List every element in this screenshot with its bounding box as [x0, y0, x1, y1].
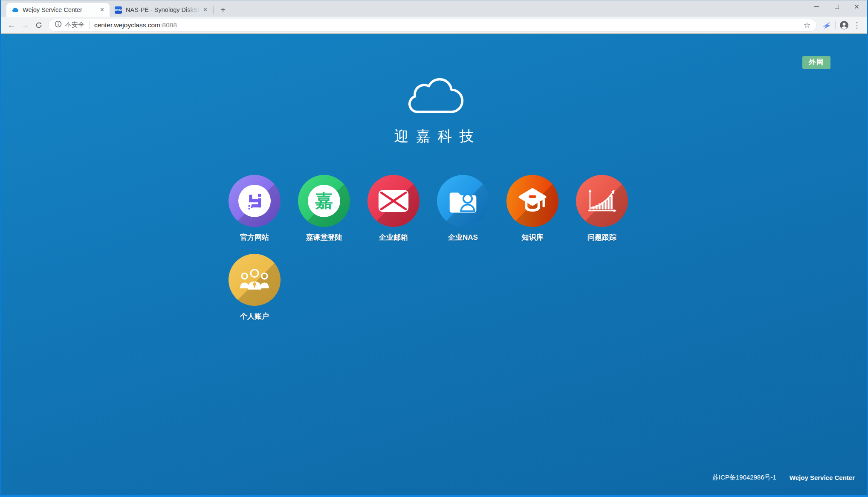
app-issue-tracking[interactable]: 问题跟踪: [576, 175, 628, 242]
wejoy-logo-glyph: [244, 191, 265, 211]
people-group-icon: [229, 254, 281, 306]
apps-row-1: 官方网站 嘉 嘉课堂登陆 企业邮箱: [229, 175, 628, 242]
browser-menu-icon[interactable]: ⋮: [851, 19, 863, 32]
rising-bar-chart-icon: [576, 175, 628, 227]
cloud-favicon-icon: [12, 6, 19, 14]
jia-character-glyph: 嘉: [315, 192, 333, 210]
app-personal-account[interactable]: 个人账户: [229, 254, 281, 321]
brand-block: 迎嘉科技: [1, 75, 867, 146]
app-label: 个人账户: [240, 311, 269, 321]
app-enterprise-nas[interactable]: 企业NAS: [437, 175, 489, 242]
page-content: 外网 迎嘉科技: [1, 34, 867, 495]
tab-title: NAS-PE - Synology DiskStation: [126, 6, 201, 13]
forward-button[interactable]: →: [18, 18, 32, 32]
url-port: :8088: [160, 21, 177, 29]
reload-button[interactable]: [32, 18, 46, 32]
footer-separator: [783, 475, 783, 481]
icp-license-link[interactable]: 苏ICP备19042986号-1: [712, 474, 776, 482]
security-label[interactable]: 不安全: [65, 21, 84, 29]
toolbar-separator: [835, 21, 836, 29]
maximize-button[interactable]: [827, 0, 847, 13]
omnibox-divider: [89, 21, 90, 29]
back-button[interactable]: ←: [5, 18, 18, 32]
network-status-badge: 外网: [802, 56, 830, 69]
app-label: 官方网站: [240, 233, 269, 242]
tab-synology-diskstation[interactable]: DSM NAS-PE - Synology DiskStation ×: [110, 3, 213, 17]
page-title: 迎嘉科技: [1, 127, 867, 146]
url-host: center.wejoyclass.com: [94, 21, 160, 29]
app-label: 企业邮箱: [379, 233, 408, 242]
address-bar[interactable]: 不安全 center.wejoyclass.com :8088 ☆: [48, 19, 817, 32]
window-controls: ✕: [807, 0, 867, 13]
apps-row-2: 个人账户: [229, 254, 281, 321]
app-enterprise-mail[interactable]: 企业邮箱: [367, 175, 420, 242]
maximize-icon: [835, 5, 839, 9]
tab-close-icon[interactable]: ×: [201, 6, 209, 14]
app-label: 知识库: [522, 233, 544, 242]
new-tab-button[interactable]: +: [217, 4, 229, 16]
tab-title: Wejoy Service Center: [23, 6, 98, 13]
minimize-button[interactable]: [807, 0, 827, 13]
app-label: 问题跟踪: [587, 233, 616, 242]
nas-folder-user-icon: [437, 175, 489, 227]
official-website-icon: [229, 175, 281, 227]
tab-wejoy-service-center[interactable]: Wejoy Service Center ×: [6, 3, 110, 17]
app-label: 企业NAS: [448, 233, 478, 242]
tab-strip: Wejoy Service Center × DSM NAS-PE - Syno…: [1, 0, 867, 17]
extension-bird-icon[interactable]: [820, 19, 833, 32]
graduation-cap-icon: [506, 175, 558, 227]
bookmark-star-icon[interactable]: ☆: [804, 20, 810, 30]
app-label: 嘉课堂登陆: [306, 233, 342, 242]
app-official-website[interactable]: 官方网站: [229, 175, 281, 242]
app-knowledge-base[interactable]: 知识库: [506, 175, 558, 242]
browser-window: Wejoy Service Center × DSM NAS-PE - Syno…: [0, 0, 868, 497]
app-jia-classroom-login[interactable]: 嘉 嘉课堂登陆: [298, 175, 350, 242]
dsm-favicon-icon: DSM: [115, 6, 122, 14]
tab-close-icon[interactable]: ×: [98, 6, 106, 14]
minimize-icon: [814, 6, 819, 7]
footer-site-name: Wejoy Service Center: [790, 474, 855, 481]
page-footer: 苏ICP备19042986号-1 Wejoy Service Center: [712, 474, 855, 482]
info-icon[interactable]: [55, 20, 62, 29]
jia-classroom-icon: 嘉: [298, 175, 350, 227]
browser-toolbar: ← → 不安全 center.wejoyclass.com :8088 ☆ ⋮: [1, 17, 867, 34]
cloud-logo-icon: [402, 75, 466, 119]
mail-envelope-icon: [367, 175, 420, 227]
tab-separator: [214, 6, 214, 14]
close-window-button[interactable]: ✕: [847, 0, 867, 13]
profile-avatar-icon[interactable]: [838, 19, 851, 32]
